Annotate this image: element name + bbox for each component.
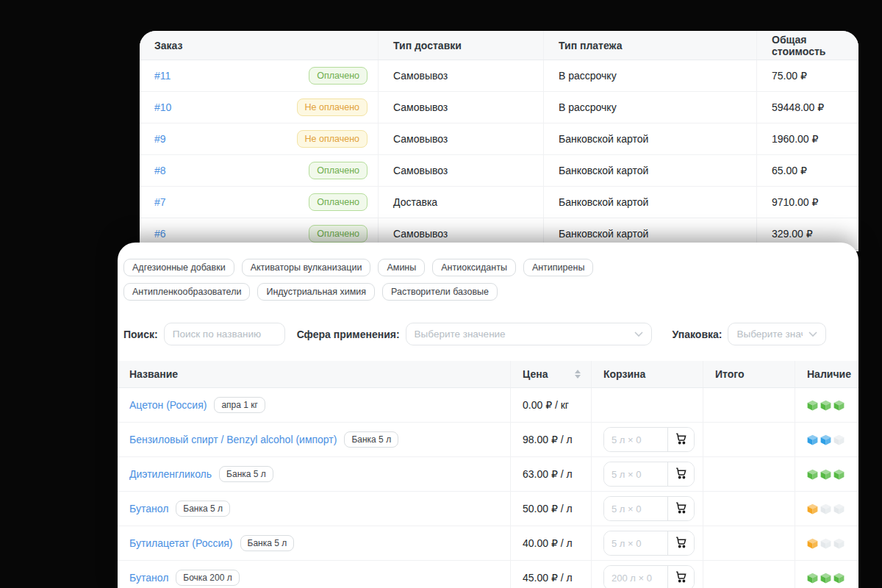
- column-header-total: Общая стоимость: [757, 31, 858, 60]
- order-total-value: 1960.00 ₽: [757, 123, 858, 154]
- order-link[interactable]: #8: [154, 165, 166, 176]
- category-tag[interactable]: Индустриальная химия: [257, 283, 375, 301]
- product-price: 98.00 ₽ / л: [511, 423, 592, 456]
- product-link[interactable]: Ацетон (Россия): [129, 399, 207, 411]
- product-row: Ацетон (Россия) апра 1 кг 0.00 ₽ / кг: [118, 388, 858, 423]
- stock-cube-icon: [833, 503, 845, 514]
- category-tag[interactable]: Антипленкообразователи: [123, 283, 250, 301]
- stock-cube-icon: [820, 573, 831, 584]
- cart-icon: [675, 536, 687, 551]
- stock-indicator: [807, 503, 845, 514]
- add-to-cart-button[interactable]: [667, 462, 694, 486]
- payment-status-badge: Оплачено: [309, 162, 368, 179]
- product-row: Диэтиленгликоль Банка 5 л 63.00 ₽ / л: [118, 457, 858, 492]
- product-price: 45.00 ₽ / л: [511, 561, 592, 588]
- quantity-input[interactable]: [604, 531, 667, 555]
- orders-table-header: Заказ Тип доставки Тип платежа Общая сто…: [140, 31, 858, 60]
- stock-cube-icon: [820, 503, 831, 514]
- package-tag: Банка 5 л: [176, 501, 230, 517]
- subtotal-cell: [703, 492, 795, 526]
- category-tag-list: Адгезионные добавки Активаторы вулканиза…: [118, 259, 639, 301]
- stock-cube-icon: [807, 469, 818, 480]
- stock-indicator: [807, 434, 845, 445]
- order-row: #10 Не оплачено Самовывоз В рассрочку 59…: [140, 92, 858, 123]
- subtotal-cell: [703, 423, 795, 456]
- product-link[interactable]: Бензиловый спирт / Benzyl alcohol (импор…: [129, 434, 337, 445]
- order-link[interactable]: #10: [154, 101, 171, 113]
- stock-cube-icon: [833, 573, 845, 584]
- column-header-payment-type: Тип платежа: [544, 31, 757, 60]
- product-link[interactable]: Диэтиленгликоль: [129, 468, 212, 480]
- quantity-input[interactable]: [604, 566, 667, 588]
- add-to-cart-button[interactable]: [667, 531, 694, 555]
- order-total-value: 75.00 ₽: [757, 60, 858, 91]
- orders-table: Заказ Тип доставки Тип платежа Общая сто…: [140, 31, 858, 250]
- payment-type-value: Банковской картой: [544, 123, 757, 154]
- payment-type-value: В рассрочку: [544, 60, 757, 91]
- cart-cell: [592, 388, 703, 422]
- order-row: #8 Оплачено Самовывоз Банковской картой …: [140, 155, 858, 187]
- stock-indicator: [807, 400, 845, 411]
- subtotal-cell: [703, 561, 795, 588]
- product-price: 50.00 ₽ / л: [511, 492, 592, 526]
- package-tag: Банка 5 л: [344, 431, 398, 448]
- product-row: Бутанол Бочка 200 л 45.00 ₽ / л: [118, 561, 858, 588]
- subtotal-cell: [703, 526, 795, 560]
- package-tag: апра 1 кг: [214, 397, 265, 413]
- quantity-input[interactable]: [604, 462, 667, 486]
- product-link[interactable]: Бутилацетат (Россия): [129, 537, 233, 549]
- scope-select-value: Выберите значение: [415, 329, 628, 340]
- product-link[interactable]: Бутанол: [129, 503, 168, 514]
- search-label: Поиск:: [123, 329, 158, 340]
- order-link[interactable]: #9: [154, 133, 166, 145]
- cart-icon: [675, 432, 687, 447]
- category-tag[interactable]: Растворители базовые: [382, 283, 498, 301]
- payment-type-value: Банковской картой: [544, 187, 757, 218]
- product-link[interactable]: Бутанол: [129, 572, 168, 584]
- cart-icon: [675, 467, 687, 481]
- package-tag: Банка 5 л: [240, 535, 295, 551]
- products-table: Название Цена Корзина Итого Наличие Ацет…: [118, 361, 858, 588]
- catalog-panel: Адгезионные добавки Активаторы вулканиза…: [118, 243, 858, 588]
- category-tag[interactable]: Антипирены: [523, 259, 594, 276]
- order-link[interactable]: #11: [154, 70, 171, 82]
- order-total-value: 59448.00 ₽: [757, 92, 858, 123]
- filter-bar: Поиск: Сфера применения: Выберите значен…: [118, 323, 858, 345]
- add-to-cart-button[interactable]: [667, 428, 694, 451]
- quantity-input[interactable]: [604, 428, 667, 451]
- add-to-cart-button[interactable]: [667, 566, 694, 588]
- stock-cube-icon: [807, 573, 818, 584]
- add-to-cart-button[interactable]: [667, 497, 694, 520]
- payment-status-badge: Оплачено: [309, 225, 368, 243]
- package-select[interactable]: Выберите значение: [728, 323, 826, 345]
- payment-type-value: В рассрочку: [544, 92, 757, 123]
- column-header-cart: Корзина: [592, 361, 703, 387]
- stock-cube-icon: [833, 469, 845, 480]
- scope-select[interactable]: Выберите значение: [406, 323, 652, 345]
- subtotal-cell: [703, 388, 795, 422]
- category-tag[interactable]: Адгезионные добавки: [123, 259, 234, 276]
- column-header-delivery-type: Тип доставки: [379, 31, 544, 60]
- order-link[interactable]: #6: [154, 228, 166, 240]
- stock-indicator: [807, 573, 845, 584]
- column-header-price: Цена: [511, 361, 592, 387]
- product-price: 40.00 ₽ / л: [511, 526, 592, 560]
- category-tag[interactable]: Активаторы вулканизации: [242, 259, 371, 276]
- payment-status-badge: Оплачено: [309, 67, 368, 85]
- search-input[interactable]: [164, 323, 285, 345]
- cart-icon: [675, 570, 687, 585]
- order-link[interactable]: #7: [154, 196, 166, 208]
- delivery-type-value: Самовывоз: [379, 60, 544, 91]
- stock-cube-icon: [833, 434, 845, 445]
- package-select-value: Выберите значение: [736, 329, 803, 340]
- sort-icon[interactable]: [575, 370, 581, 379]
- order-total-value: 65.00 ₽: [757, 155, 858, 186]
- package-tag: Бочка 200 л: [176, 570, 239, 586]
- payment-status-badge: Не оплачено: [297, 98, 368, 116]
- orders-panel: Заказ Тип доставки Тип платежа Общая сто…: [140, 31, 858, 251]
- stock-indicator: [807, 538, 845, 549]
- category-tag[interactable]: Антиоксиданты: [432, 259, 516, 276]
- cart-input-group: [603, 565, 695, 588]
- category-tag[interactable]: Амины: [378, 259, 425, 276]
- quantity-input[interactable]: [604, 497, 667, 520]
